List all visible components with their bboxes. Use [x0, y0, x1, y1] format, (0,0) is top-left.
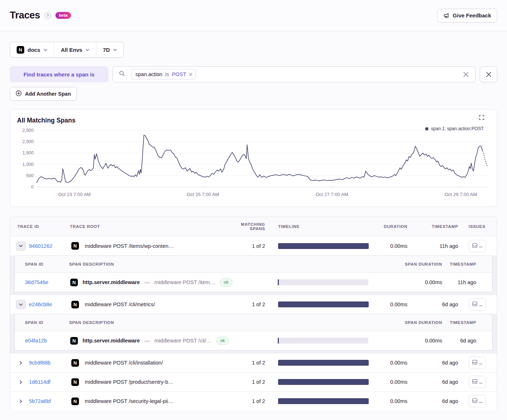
expanded-spans-section: SPAN ID SPAN DESCRIPTION SPAN DURATION T… [10, 255, 497, 295]
token-value[interactable]: POST [172, 71, 186, 77]
project-filter-label: docs [28, 47, 40, 53]
date-range-filter-label: 7D [103, 47, 110, 53]
chevron-down-icon [113, 49, 117, 51]
token-operator[interactable]: is [165, 71, 169, 77]
clear-search-icon[interactable] [462, 70, 470, 79]
trace-id-link[interactable]: 1d6114df [29, 379, 50, 385]
col-header-span-duration: SPAN DURATION [375, 262, 442, 266]
nextjs-project-icon: N [71, 242, 79, 250]
inbox-icon [472, 243, 477, 249]
find-traces-label: Find traces where a span is [10, 66, 108, 82]
page-filter-bar: N docs All Envs 7D [10, 42, 124, 58]
span-timeline-tick [278, 279, 279, 285]
svg-text:1,500: 1,500 [22, 150, 34, 155]
minus-icon [479, 379, 482, 385]
span-timeline-tick [278, 338, 279, 344]
trace-id-link[interactable]: e246cb8e [29, 302, 52, 307]
timestamp-value: 6d ago [442, 379, 458, 385]
svg-text:0: 0 [31, 184, 34, 190]
page-header: Traces ? beta Give Feedback [0, 0, 507, 31]
timestamp-value: 6d ago [442, 398, 458, 404]
timeline-bar[interactable] [278, 243, 369, 249]
remove-span-filter-button[interactable] [480, 66, 497, 82]
span-table-header-row: SPAN ID SPAN DESCRIPTION SPAN DURATION T… [15, 314, 492, 331]
trace-id-link[interactable]: 9cb9f88b [29, 360, 51, 366]
col-header-duration: DURATION [370, 224, 412, 229]
col-header-trace-root: TRACE ROOT [70, 224, 225, 229]
environment-filter[interactable]: All Envs [54, 42, 96, 57]
inbox-icon [472, 360, 477, 366]
timeline-bar[interactable] [278, 379, 369, 385]
duration-value: 0.00ms [370, 302, 412, 307]
trace-root-text: middleware POST /items/wp-conten… [85, 243, 174, 249]
give-feedback-button[interactable]: Give Feedback [437, 9, 497, 22]
add-another-span-button[interactable]: Add Another Span [10, 87, 77, 101]
svg-text:2,500: 2,500 [22, 128, 34, 133]
trace-row: 94601262 N middleware POST /items/wp-con… [10, 236, 497, 255]
timeline-bar[interactable] [278, 398, 369, 404]
token-key: span.action [135, 71, 162, 77]
span-id-link[interactable]: e04fa12b [25, 338, 47, 344]
nextjs-project-icon: N [70, 279, 78, 286]
col-header-timestamp: TIMESTAMP [412, 224, 462, 229]
expand-row-button[interactable] [16, 396, 26, 406]
span-timestamp-value: 11h ago [458, 279, 476, 285]
timeline-bar[interactable] [278, 302, 369, 307]
span-timeline-bar[interactable] [278, 279, 368, 285]
span-duration-value: 0.00ms [375, 279, 442, 285]
expand-row-button[interactable] [16, 300, 26, 309]
project-filter[interactable]: N docs [10, 42, 54, 57]
span-row: e04fa12b N http.server.middleware — midd… [15, 331, 492, 350]
issues-button[interactable] [469, 298, 486, 311]
timeline-bar[interactable] [278, 360, 369, 366]
fullscreen-expand-icon[interactable] [479, 115, 484, 121]
environment-filter-label: All Envs [61, 47, 82, 53]
table-header-row: TRACE ID TRACE ROOT MATCHING SPANS TIMEL… [10, 217, 497, 236]
col-header-matching-spans: MATCHING SPANS [225, 222, 265, 231]
span-timeline-bar[interactable] [278, 338, 368, 344]
trace-root-text: middleware POST /cli/installation/ [85, 360, 163, 366]
trace-row: 9cb9f88b N middleware POST /cli/installa… [10, 353, 497, 372]
span-table-header-row: SPAN ID SPAN DESCRIPTION SPAN DURATION T… [15, 256, 492, 273]
token-remove-icon[interactable] [189, 73, 192, 76]
svg-text:Oct 27 7:00 AM: Oct 27 7:00 AM [316, 192, 348, 197]
svg-text:1,000: 1,000 [22, 162, 34, 167]
minus-icon [479, 399, 482, 404]
all-matching-spans-panel: All Matching Spans span 1: span.action:P… [10, 109, 497, 207]
nextjs-project-icon: N [71, 378, 79, 386]
matching-spans-count: 1 of 2 [225, 379, 265, 385]
expand-row-button[interactable] [16, 358, 26, 367]
col-header-span-timestamp: TIMESTAMP [442, 320, 492, 325]
span-id-link[interactable]: 36d7546e [25, 279, 49, 285]
add-another-span-label: Add Another Span [25, 91, 71, 97]
timestamp-value: 11h ago [440, 243, 458, 249]
col-header-span-id: SPAN ID [15, 320, 69, 325]
expand-row-button[interactable] [16, 377, 26, 387]
issues-button[interactable] [469, 395, 486, 407]
chevron-down-icon [43, 49, 47, 51]
filter-token[interactable]: span.action is POST [131, 69, 196, 80]
trace-id-link[interactable]: 94601262 [29, 243, 53, 249]
expanded-spans-section: SPAN ID SPAN DESCRIPTION SPAN DURATION T… [10, 314, 497, 353]
help-icon[interactable]: ? [45, 12, 51, 19]
legend-label: span 1: span.action:POST [431, 126, 484, 131]
issues-button[interactable] [469, 376, 486, 388]
chart-legend[interactable]: span 1: span.action:POST [425, 126, 484, 131]
trace-row: e246cb8e N middleware POST /cli/metrics/… [10, 295, 497, 314]
issues-button[interactable] [469, 240, 486, 252]
trace-row: 5b72a6bf N middleware POST /security-leg… [10, 391, 497, 411]
col-header-issues: ISSUES [462, 224, 497, 229]
inbox-icon [472, 302, 477, 307]
spans-line-chart[interactable]: 05001,0001,5002,0002,500Oct 23 7:00 AMOc… [10, 125, 497, 205]
trace-row: 1d6114df N middleware POST /product/sent… [10, 372, 497, 391]
span-search-input[interactable]: span.action is POST [113, 66, 475, 82]
issues-button[interactable] [469, 357, 486, 369]
matching-spans-count: 1 of 2 [225, 243, 265, 249]
page-title: Traces [10, 10, 40, 21]
col-header-span-id: SPAN ID [15, 262, 69, 266]
span-duration-value: 0.00ms [375, 338, 442, 344]
expand-row-button[interactable] [16, 241, 26, 251]
trace-id-link[interactable]: 5b72a6bf [29, 398, 51, 404]
nextjs-project-icon: N [70, 337, 78, 345]
date-range-filter[interactable]: 7D [96, 42, 123, 57]
